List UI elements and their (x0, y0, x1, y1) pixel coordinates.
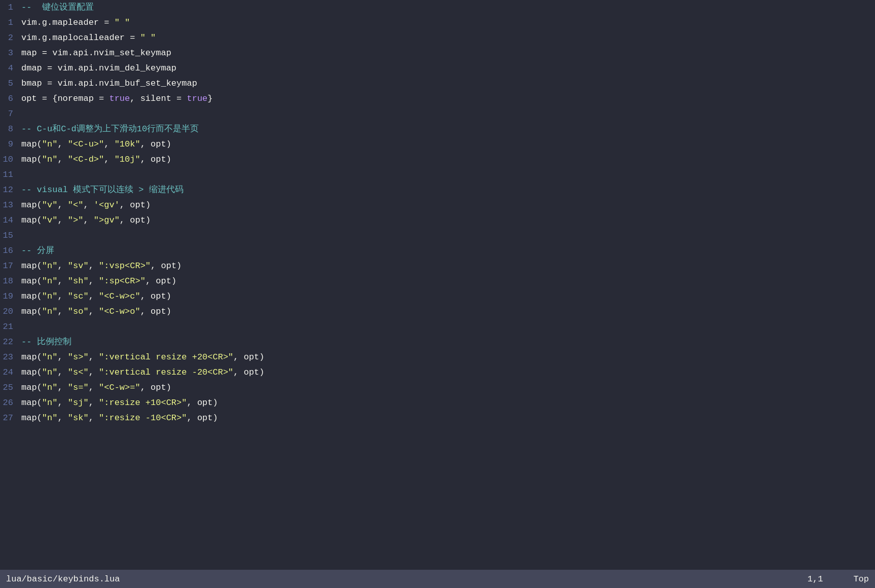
code-line: 25 map("n", "s=", "<C-w>=", opt) (0, 380, 875, 395)
line-number: 17 (0, 259, 21, 274)
line-number: 14 (0, 213, 21, 228)
line-number: 26 (0, 395, 21, 411)
code-line: 14 map("v", ">", ">gv", opt) (0, 213, 875, 228)
line-number: 27 (0, 411, 21, 426)
line-content: -- 分屏 (21, 243, 875, 259)
line-content: -- 比例控制 (21, 335, 875, 350)
line-content: map("n", "sc", "<C-w>c", opt) (21, 289, 875, 304)
code-line: 27 map("n", "sk", ":resize -10<CR>", opt… (0, 411, 875, 426)
code-line: 19 map("n", "sc", "<C-w>c", opt) (0, 289, 875, 304)
code-line: 10 map("n", "<C-d>", "10j", opt) (0, 152, 875, 167)
line-content: map("n", "s=", "<C-w>=", opt) (21, 380, 875, 395)
line-number: 1 (0, 15, 21, 30)
status-left: lua/basic/keybinds.lua (6, 574, 120, 584)
status-right: 1,1 Top (808, 574, 869, 584)
line-content: map("n", "sk", ":resize -10<CR>", opt) (21, 411, 875, 426)
fold-marker: -- (21, 3, 37, 12)
line-content: -- C-u和C-d调整为上下滑动10行而不是半页 (21, 122, 875, 137)
line-number: 8 (0, 122, 21, 137)
line-number: 7 (0, 106, 21, 122)
code-line: 9 map("n", "<C-u>", "10k", opt) (0, 137, 875, 152)
code-line: 5 bmap = vim.api.nvim_buf_set_keymap (0, 76, 875, 91)
line-number: 6 (0, 91, 21, 106)
code-line: 7 (0, 106, 875, 122)
line-number: 16 (0, 243, 21, 259)
line-number: 5 (0, 76, 21, 91)
code-line: 2 vim.g.maplocalleader = " " (0, 30, 875, 46)
line-number: 19 (0, 289, 21, 304)
line-content: map("n", "so", "<C-w>o", opt) (21, 304, 875, 319)
line-content: map("n", "<C-u>", "10k", opt) (21, 137, 875, 152)
filename: lua/basic/keybinds.lua (6, 574, 120, 584)
code-line: 26 map("n", "sj", ":resize +10<CR>", opt… (0, 395, 875, 411)
line-content (21, 228, 875, 243)
code-line: 11 (0, 167, 875, 182)
editor: 1 -- 键位设置配置 1 vim.g.mapleader = " " 2 vi… (0, 0, 875, 588)
line-content: map("n", "s<", ":vertical resize -20<CR>… (21, 365, 875, 380)
code-line: 20 map("n", "so", "<C-w>o", opt) (0, 304, 875, 319)
code-line: 4 dmap = vim.api.nvim_del_keymap (0, 61, 875, 76)
status-bar: lua/basic/keybinds.lua 1,1 Top (0, 570, 875, 588)
line-content: map("n", "sj", ":resize +10<CR>", opt) (21, 395, 875, 411)
code-line: 6 opt = {noremap = true, silent = true} (0, 91, 875, 106)
code-line: 17 map("n", "sv", ":vsp<CR>", opt) (0, 259, 875, 274)
code-area: 1 -- 键位设置配置 1 vim.g.mapleader = " " 2 vi… (0, 0, 875, 570)
code-line: 8 -- C-u和C-d调整为上下滑动10行而不是半页 (0, 122, 875, 137)
line-number: 21 (0, 319, 21, 335)
code-line: 1 vim.g.mapleader = " " (0, 15, 875, 30)
line-content: -- 键位设置配置 (21, 0, 875, 15)
line-content: map("n", "sv", ":vsp<CR>", opt) (21, 259, 875, 274)
line-content: map("n", "s>", ":vertical resize +20<CR>… (21, 350, 875, 365)
code-line: 24 map("n", "s<", ":vertical resize -20<… (0, 365, 875, 380)
line-content (21, 319, 875, 335)
line-number: 22 (0, 335, 21, 350)
code-line: 21 (0, 319, 875, 335)
line-number: 13 (0, 198, 21, 213)
code-line: 3 map = vim.api.nvim_set_keymap (0, 46, 875, 61)
line-content: map("n", "sh", ":sp<CR>", opt) (21, 274, 875, 289)
line-number: 9 (0, 137, 21, 152)
line-number: 18 (0, 274, 21, 289)
cursor-position: 1,1 (808, 574, 823, 584)
code-line: 23 map("n", "s>", ":vertical resize +20<… (0, 350, 875, 365)
line-number: 25 (0, 380, 21, 395)
line-number: 2 (0, 30, 21, 46)
code-line: 22 -- 比例控制 (0, 335, 875, 350)
line-number: 20 (0, 304, 21, 319)
comment-text: 键位设置配置 (37, 3, 94, 12)
line-number: 4 (0, 61, 21, 76)
line-number: 24 (0, 365, 21, 380)
line-number: 10 (0, 152, 21, 167)
code-line: 15 (0, 228, 875, 243)
line-content: opt = {noremap = true, silent = true} (21, 91, 875, 106)
code-line: 18 map("n", "sh", ":sp<CR>", opt) (0, 274, 875, 289)
line-content: vim.g.maplocalleader = " " (21, 30, 875, 46)
code-line: 13 map("v", "<", '<gv', opt) (0, 198, 875, 213)
code-line: 16 -- 分屏 (0, 243, 875, 259)
line-content: bmap = vim.api.nvim_buf_set_keymap (21, 76, 875, 91)
line-content: map = vim.api.nvim_set_keymap (21, 46, 875, 61)
code-line: 12 -- visual 模式下可以连续 > 缩进代码 (0, 182, 875, 198)
line-content: map("v", "<", '<gv', opt) (21, 198, 875, 213)
line-content (21, 106, 875, 122)
scroll-position: Top (853, 574, 869, 584)
line-content: dmap = vim.api.nvim_del_keymap (21, 61, 875, 76)
line-number: 23 (0, 350, 21, 365)
line-number: 1 (0, 0, 21, 15)
line-number: 12 (0, 182, 21, 198)
line-content: map("n", "<C-d>", "10j", opt) (21, 152, 875, 167)
line-content: map("v", ">", ">gv", opt) (21, 213, 875, 228)
line-content: -- visual 模式下可以连续 > 缩进代码 (21, 182, 875, 198)
line-content: vim.g.mapleader = " " (21, 15, 875, 30)
line-content (21, 167, 875, 182)
line-number: 11 (0, 167, 21, 182)
code-line: 1 -- 键位设置配置 (0, 0, 875, 15)
line-number: 15 (0, 228, 21, 243)
line-number: 3 (0, 46, 21, 61)
